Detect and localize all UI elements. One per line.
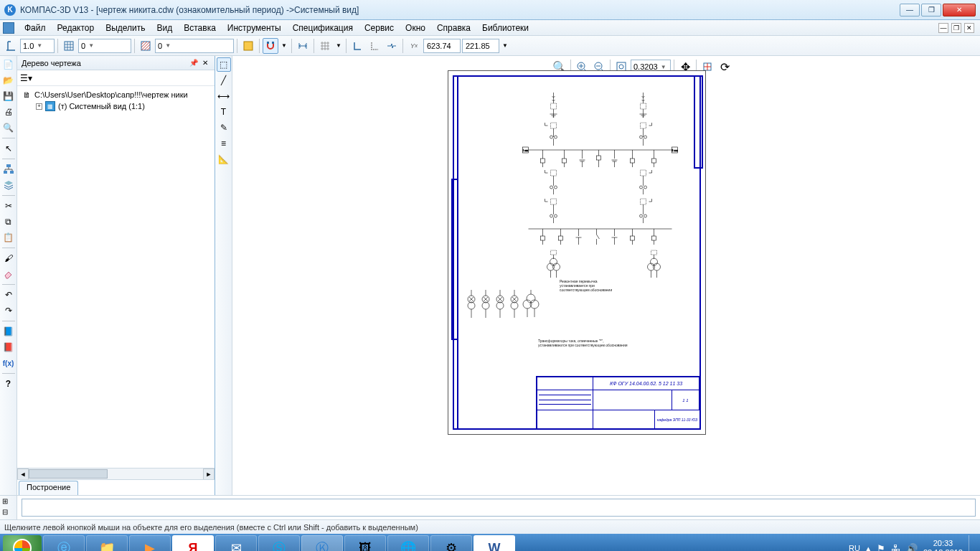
tray-lang[interactable]: RU (849, 544, 860, 551)
copy-icon[interactable]: ⧉ (1, 215, 16, 229)
color-swatch[interactable] (240, 38, 256, 54)
pointer-icon[interactable]: ↖ (1, 141, 16, 156)
hierarchy-icon[interactable] (1, 162, 16, 176)
menu-select[interactable]: Выделить (100, 22, 151, 34)
taskbar-wmp-icon[interactable]: ▶ (129, 535, 171, 551)
layer-combo[interactable]: 0▼ (155, 39, 234, 53)
ortho-l2-icon[interactable] (367, 38, 382, 54)
menu-help[interactable]: Справка (431, 22, 476, 34)
grid-dropdown[interactable]: ▼ (334, 38, 343, 54)
line-tool-icon[interactable]: ╱ (217, 73, 231, 88)
grid-step-icon[interactable] (61, 38, 77, 54)
paste-icon[interactable]: 📋 (1, 230, 16, 245)
tray-volume-icon[interactable]: 🔊 (906, 543, 918, 552)
book-icon[interactable]: 📘 (1, 324, 16, 339)
taskbar-image-icon[interactable]: 🖼 (344, 535, 386, 551)
eraser-icon[interactable] (1, 267, 16, 281)
tree-pin-icon[interactable]: 📌 (189, 58, 199, 68)
grid-combo[interactable]: 0▼ (78, 39, 131, 53)
taskbar-skype-icon[interactable]: Ⓢ (258, 535, 300, 551)
mdi-maximize-button[interactable]: ❐ (951, 23, 961, 33)
svg-rect-14 (551, 123, 557, 128)
tray-network-icon[interactable]: 🖧 (891, 543, 900, 552)
taskbar-yandex-icon[interactable]: Я (172, 535, 214, 551)
taskbar-explorer-icon[interactable]: 📁 (86, 535, 128, 551)
window-maximize-button[interactable]: ❐ (921, 4, 941, 17)
cmd-tool1-icon[interactable]: ⊞ (2, 497, 15, 507)
edit-tool-icon[interactable]: ✎ (217, 121, 231, 135)
taskbar-app-icon[interactable]: ⚙ (430, 535, 472, 551)
svg-point-37 (550, 215, 553, 217)
window-close-button[interactable]: ✕ (943, 4, 976, 17)
cut-icon[interactable]: ✂ (1, 199, 16, 213)
grid-toggle-icon[interactable] (317, 38, 333, 54)
open-icon[interactable]: 📂 (1, 73, 16, 88)
tray-flag-icon[interactable]: ⚑ (877, 543, 885, 552)
menu-spec[interactable]: Спецификация (287, 22, 359, 34)
book2-icon[interactable]: 📕 (1, 340, 16, 354)
menu-libs[interactable]: Библиотеки (476, 22, 534, 34)
scroll-right-icon[interactable]: ► (203, 468, 215, 480)
hatch-icon[interactable] (138, 38, 154, 54)
coord-dropdown[interactable]: ▼ (501, 38, 509, 54)
menu-edit[interactable]: Редактор (52, 22, 100, 34)
taskbar-ie-icon[interactable]: ⓔ (43, 535, 85, 551)
scroll-left-icon[interactable]: ◄ (17, 468, 29, 480)
menu-window[interactable]: Окно (400, 22, 431, 34)
measure-tool-icon[interactable]: 📐 (217, 152, 231, 166)
menu-insert[interactable]: Вставка (178, 22, 222, 34)
magnet-icon[interactable] (263, 38, 278, 54)
save-icon[interactable]: 💾 (1, 89, 16, 103)
step-combo[interactable]: 1.0▼ (20, 39, 55, 53)
select-tool-icon[interactable]: ⬚ (217, 57, 231, 72)
tree-close-icon[interactable]: ✕ (200, 58, 210, 68)
step-icon[interactable] (3, 38, 19, 54)
menu-service[interactable]: Сервис (359, 22, 400, 34)
undo-icon[interactable]: ↶ (1, 288, 16, 302)
ortho-l-icon[interactable] (349, 38, 365, 54)
window-minimize-button[interactable]: — (900, 4, 920, 17)
mdi-minimize-button[interactable]: — (938, 23, 948, 33)
new-icon[interactable]: 📄 (1, 57, 16, 72)
layers-icon[interactable] (1, 178, 16, 192)
coord-y-field[interactable]: 221.85 (462, 39, 499, 53)
tree-list-icon[interactable]: ☰▾ (20, 73, 32, 83)
standard-vtoolbar: 📄 📂 💾 🖨 🔍 ↖ ✂ ⧉ 📋 🖌 ↶ ↷ 📘 📕 f(x) ? (0, 56, 17, 495)
tray-clock[interactable]: 20:33 22.12.2012 (923, 539, 963, 551)
dim-tool-icon[interactable]: ⟷ (217, 89, 231, 103)
taskbar-word-icon[interactable]: W (473, 535, 515, 551)
taskbar-chrome-icon[interactable]: 🌐 (387, 535, 429, 551)
mdi-close-button[interactable]: ✕ (964, 23, 974, 33)
axis-break-icon[interactable] (384, 38, 400, 54)
print-icon[interactable]: 🖨 (1, 105, 16, 119)
text-tool-icon[interactable]: T (217, 105, 231, 119)
redo-icon[interactable]: ↷ (1, 303, 16, 318)
tree-view-item[interactable]: + ▦ (т) Системный вид (1:1) (22, 100, 213, 112)
magnet-dropdown[interactable]: ▼ (280, 38, 288, 54)
drawing-sheet[interactable]: I сш II сш (448, 70, 706, 435)
canvas-area[interactable]: 🔍 0.3203▼ ✥ ⟳ (232, 56, 980, 495)
start-button[interactable] (3, 535, 42, 551)
cmd-tool2-icon[interactable]: ⊟ (2, 508, 15, 518)
expand-icon[interactable]: + (36, 103, 42, 110)
tray-up-icon[interactable]: ▴ (866, 543, 871, 552)
refresh-icon[interactable]: ⟳ (717, 59, 732, 75)
taskbar-mail-icon[interactable]: ✉ (215, 535, 257, 551)
help-icon[interactable]: ? (1, 377, 16, 391)
menu-view[interactable]: Вид (151, 22, 179, 34)
dimension-icon[interactable] (295, 38, 311, 54)
menu-tools[interactable]: Инструменты (222, 22, 287, 34)
coord-x-field[interactable]: 623.74 (423, 39, 461, 53)
preview-icon[interactable]: 🔍 (1, 121, 16, 135)
brush-icon[interactable]: 🖌 (1, 251, 16, 265)
menu-file[interactable]: Файл (19, 22, 52, 34)
show-desktop-button[interactable] (969, 535, 974, 551)
tree-hscrollbar[interactable]: ◄ ► (17, 468, 215, 479)
taskbar-kompas-icon[interactable]: Ⓚ (301, 535, 343, 551)
fx-icon[interactable]: f(x) (1, 356, 16, 370)
param-tool-icon[interactable]: ≡ (217, 136, 231, 151)
command-input[interactable] (22, 499, 976, 517)
tab-build[interactable]: Построение (19, 481, 78, 495)
scroll-thumb[interactable] (29, 469, 108, 479)
tree-root-item[interactable]: 🗎 C:\Users\User\Desktop\сапр!!!\чертеж н… (22, 89, 213, 100)
